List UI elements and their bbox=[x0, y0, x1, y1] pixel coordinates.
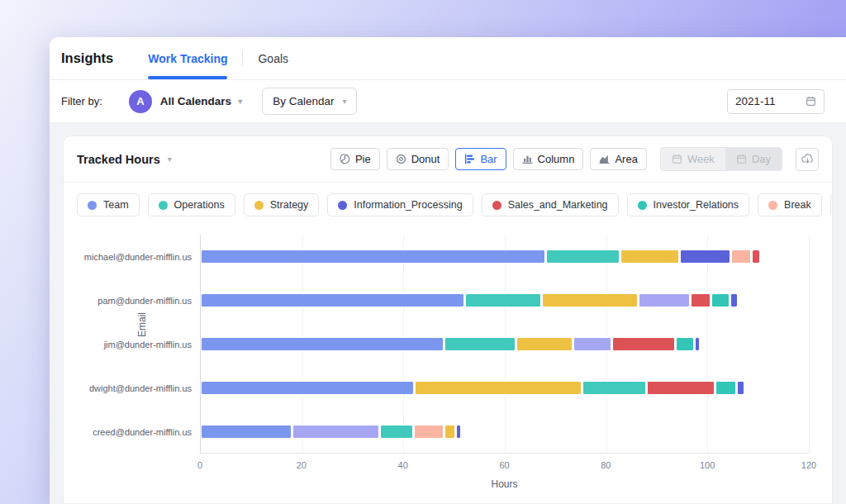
month-picker-input[interactable]: 2021-11 bbox=[727, 89, 825, 114]
bar-segment-team[interactable] bbox=[201, 425, 292, 439]
bar-segment-strategy[interactable] bbox=[444, 425, 454, 439]
by-calendar-select[interactable]: By Calendar ▾ bbox=[262, 88, 357, 115]
stacked-bar bbox=[201, 381, 809, 395]
bar-segment-sales_and_marketing[interactable] bbox=[647, 381, 715, 395]
legend-item-strategy[interactable]: Strategy bbox=[244, 193, 320, 216]
stacked-bar bbox=[201, 293, 809, 307]
bar-segment-personal[interactable] bbox=[292, 425, 378, 439]
filter-by-label: Filter by: bbox=[61, 95, 102, 107]
bar-segment-strategy[interactable] bbox=[620, 250, 679, 264]
avatar[interactable]: A bbox=[129, 90, 152, 113]
bar-segment-strategy[interactable] bbox=[542, 293, 639, 307]
chart-type-pie-button[interactable]: Pie bbox=[330, 148, 380, 170]
granularity-label: Day bbox=[752, 153, 771, 165]
chart-type-bar-button[interactable]: Bar bbox=[455, 148, 506, 170]
bar-row bbox=[201, 235, 809, 278]
cloud-download-icon bbox=[801, 153, 814, 165]
all-calendars-dropdown[interactable]: All Calendars ▾ bbox=[160, 95, 242, 107]
legend-item-investor_relations[interactable]: Investor_Relations bbox=[627, 193, 750, 216]
bar-segment-team[interactable] bbox=[201, 381, 414, 395]
legend-color-dot bbox=[492, 201, 501, 210]
plot-area bbox=[200, 235, 809, 454]
donut-icon bbox=[396, 154, 406, 164]
bar-segment-team[interactable] bbox=[201, 250, 545, 264]
bar-row bbox=[201, 278, 809, 322]
export-button[interactable] bbox=[796, 148, 819, 171]
content-area: Tracked Hours ▾ PieDonutBarColumnArea We… bbox=[50, 123, 846, 504]
bar-segment-team[interactable] bbox=[201, 337, 444, 351]
tab-work-tracking[interactable]: Work Tracking bbox=[148, 37, 227, 79]
bar-segment-information_processing[interactable] bbox=[456, 425, 461, 439]
stacked-bar bbox=[201, 337, 809, 351]
legend-item-personal[interactable]: Personal bbox=[830, 193, 833, 216]
chart-type-column-button[interactable]: Column bbox=[513, 148, 584, 170]
bar-segment-operations[interactable] bbox=[582, 381, 646, 395]
tab-goals[interactable]: Goals bbox=[258, 37, 288, 79]
y-axis-email-label: dwight@dunder-mifflin.us bbox=[64, 366, 192, 410]
legend-item-break[interactable]: Break bbox=[758, 193, 822, 216]
bar-segment-strategy[interactable] bbox=[516, 337, 572, 351]
calendar-icon bbox=[806, 96, 816, 107]
gridline bbox=[809, 235, 810, 453]
tracked-hours-dropdown[interactable]: Tracked Hours ▾ bbox=[77, 153, 172, 166]
bar-icon bbox=[464, 154, 475, 164]
legend-label: Break bbox=[784, 199, 811, 211]
chevron-down-icon: ▾ bbox=[238, 97, 242, 106]
app-window: Insights Work Tracking Goals Filter by: … bbox=[50, 37, 846, 504]
legend-color-dot bbox=[254, 201, 264, 210]
legend-label: Team bbox=[103, 199, 129, 211]
chart-type-label: Column bbox=[538, 153, 575, 165]
active-tab-indicator bbox=[148, 76, 227, 79]
chart-type-label: Bar bbox=[480, 153, 497, 165]
x-axis-ticks: 020406080100120 bbox=[200, 460, 809, 472]
y-axis-email-label: pam@dunder-mifflin.us bbox=[64, 278, 192, 322]
bar-segment-personal[interactable] bbox=[639, 293, 689, 307]
bar-segment-information_processing[interactable] bbox=[730, 293, 738, 307]
tracked-hours-card: Tracked Hours ▾ PieDonutBarColumnArea We… bbox=[63, 136, 833, 504]
bar-segment-operations[interactable] bbox=[380, 425, 413, 439]
column-icon bbox=[522, 154, 533, 164]
legend-item-operations[interactable]: Operations bbox=[148, 193, 235, 216]
chart-legend: TeamOperationsStrategyInformation_Proces… bbox=[64, 183, 832, 220]
bar-segment-team[interactable] bbox=[201, 293, 464, 307]
bar-segment-investor_relations[interactable] bbox=[711, 293, 729, 307]
chart-type-label: Pie bbox=[355, 153, 371, 165]
bar-segment-investor_relations[interactable] bbox=[715, 381, 736, 395]
bar-segment-sales_and_marketing[interactable] bbox=[612, 337, 676, 351]
page-title: Insights bbox=[61, 50, 113, 66]
bar-segment-sales_and_marketing[interactable] bbox=[752, 250, 759, 264]
calendar-icon bbox=[672, 154, 682, 164]
x-tick-label: 120 bbox=[801, 460, 816, 470]
x-tick-label: 0 bbox=[197, 460, 202, 470]
bar-segment-information_processing[interactable] bbox=[737, 381, 744, 395]
y-axis-email-label: creed@dunder-mifflin.us bbox=[64, 410, 192, 454]
bar-segment-sales_and_marketing[interactable] bbox=[691, 293, 711, 307]
legend-color-dot bbox=[638, 201, 647, 210]
legend-item-sales_and_marketing[interactable]: Sales_and_Marketing bbox=[482, 193, 619, 216]
granularity-toggle: WeekDay bbox=[660, 147, 782, 171]
granularity-label: Week bbox=[687, 153, 715, 165]
bar-segment-information_processing[interactable] bbox=[695, 337, 700, 351]
bar-segment-information_processing[interactable] bbox=[680, 250, 730, 264]
bar-segment-personal[interactable] bbox=[573, 337, 611, 351]
bar-segment-break[interactable] bbox=[414, 425, 444, 439]
legend-label: Sales_and_Marketing bbox=[508, 199, 608, 211]
chart-type-area-button[interactable]: Area bbox=[590, 148, 646, 170]
legend-color-dot bbox=[768, 201, 777, 210]
bar-segment-operations[interactable] bbox=[444, 337, 516, 351]
card-title: Tracked Hours bbox=[77, 153, 160, 166]
x-tick-label: 60 bbox=[499, 460, 509, 470]
bar-segment-operations[interactable] bbox=[546, 250, 620, 264]
bar-segment-strategy[interactable] bbox=[415, 381, 582, 395]
bar-segment-investor_relations[interactable] bbox=[676, 337, 693, 351]
legend-color-dot bbox=[159, 201, 168, 210]
y-axis-labels: michael@dunder-mifflin.uspam@dunder-miff… bbox=[64, 235, 192, 454]
legend-label: Strategy bbox=[270, 199, 309, 211]
bar-segment-operations[interactable] bbox=[465, 293, 541, 307]
legend-item-team[interactable]: Team bbox=[77, 193, 140, 216]
chart-type-donut-button[interactable]: Donut bbox=[387, 148, 449, 170]
bar-segment-break[interactable] bbox=[731, 250, 752, 264]
by-calendar-label: By Calendar bbox=[273, 95, 334, 107]
legend-item-information_processing[interactable]: Information_Processing bbox=[327, 193, 473, 216]
legend-color-dot bbox=[88, 201, 97, 210]
